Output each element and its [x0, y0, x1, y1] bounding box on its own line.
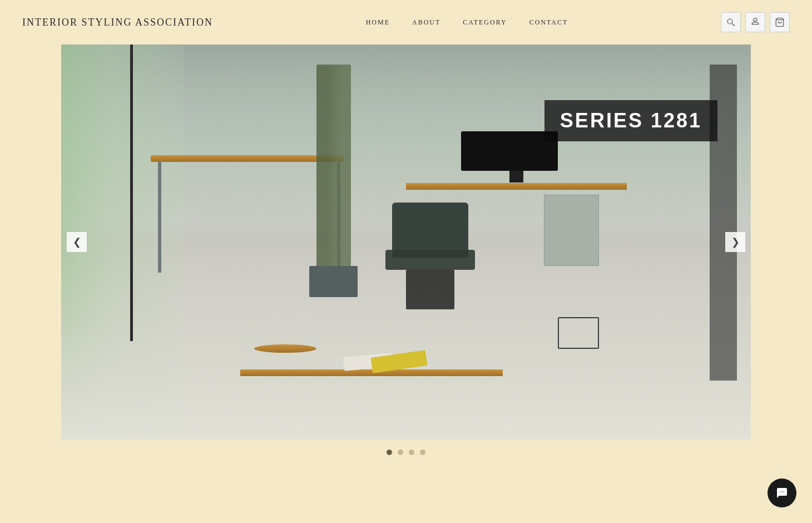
- slider-dots: [61, 450, 751, 466]
- svg-point-4: [781, 491, 783, 492]
- chat-bubble-button[interactable]: [768, 478, 796, 507]
- wire-basket: [558, 317, 599, 349]
- cart-icon: [775, 17, 785, 27]
- filing-cabinet: [544, 195, 599, 266]
- stool-seat: [254, 344, 316, 353]
- header-icons: [721, 12, 790, 32]
- dot-2[interactable]: [398, 450, 403, 455]
- svg-point-5: [783, 491, 784, 492]
- next-arrow-icon: ❯: [731, 236, 740, 248]
- cart-button[interactable]: [770, 12, 790, 32]
- monitor-stand: [509, 171, 523, 182]
- chat-icon: [775, 486, 789, 500]
- main-nav: HOME ABOUT CATEGORY CONTACT: [366, 18, 568, 27]
- svg-point-0: [727, 19, 732, 24]
- search-button[interactable]: [721, 12, 741, 32]
- monitor-screen: [461, 131, 558, 171]
- standing-desk-top: [151, 155, 344, 162]
- desk-leg-left: [158, 162, 161, 273]
- user-icon: [750, 17, 760, 27]
- nav-about[interactable]: ABOUT: [412, 18, 440, 27]
- hero-image: SERIES 1281 ❮ ❯: [61, 45, 751, 440]
- logo: INTERIOR STYLING ASSOCIATION: [22, 17, 213, 28]
- hero-slider: SERIES 1281 ❮ ❯: [61, 45, 751, 466]
- header: INTERIOR STYLING ASSOCIATION HOME ABOUT …: [0, 0, 812, 45]
- series-label: SERIES 1281: [544, 100, 717, 141]
- user-button[interactable]: [745, 12, 765, 32]
- nav-home[interactable]: HOME: [366, 18, 390, 27]
- slider-next-button[interactable]: ❯: [725, 232, 745, 252]
- nav-category[interactable]: CATEGORY: [463, 18, 507, 27]
- dot-1[interactable]: [387, 450, 392, 455]
- bottom-table-top: [240, 369, 502, 376]
- search-icon: [726, 17, 736, 27]
- chair-seat: [385, 250, 475, 270]
- plant-pot: [309, 266, 358, 298]
- tall-plant-stem: [316, 65, 351, 282]
- prev-arrow-icon: ❮: [73, 236, 81, 248]
- dot-4[interactable]: [420, 450, 425, 455]
- chair-base: [406, 270, 454, 309]
- dot-3[interactable]: [409, 450, 414, 455]
- computer-desk-top: [406, 183, 627, 190]
- slider-prev-button[interactable]: ❮: [67, 232, 87, 252]
- svg-line-1: [732, 23, 735, 26]
- svg-point-3: [780, 491, 781, 492]
- nav-contact[interactable]: CONTACT: [529, 18, 568, 27]
- coat-rack: [130, 45, 133, 341]
